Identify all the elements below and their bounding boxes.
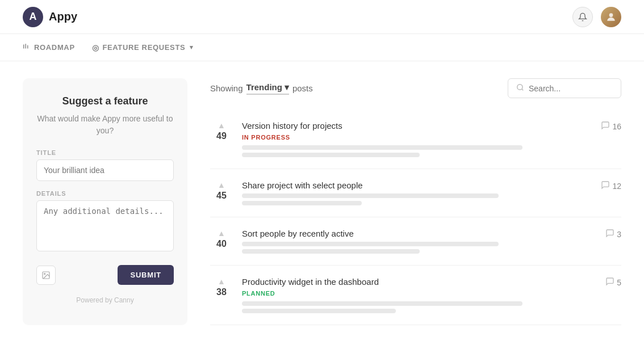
roadmap-icon <box>23 43 31 52</box>
filter-left: Showing Trending ▾ posts <box>210 82 313 95</box>
vote-count: 40 <box>216 239 227 249</box>
trending-filter[interactable]: Trending ▾ <box>246 82 289 95</box>
feature-content: Version history for projects IN PROGRESS <box>242 121 584 157</box>
feature-title: Share project with select people <box>242 180 584 190</box>
details-form-group: DETAILS <box>36 190 174 254</box>
notification-button[interactable] <box>572 7 593 27</box>
svg-point-6 <box>517 85 522 90</box>
feature-bar <box>242 201 362 205</box>
svg-point-5 <box>44 273 45 274</box>
feature-item: ▲ 49 Version history for projects IN PRO… <box>210 110 621 169</box>
feature-content: Share project with select people <box>242 180 584 205</box>
comment-icon <box>601 121 610 132</box>
nav-item-roadmap[interactable]: ROADMAP <box>23 43 75 52</box>
title-label: TITLE <box>36 149 174 156</box>
feature-requests-icon: ◎ <box>92 43 99 52</box>
details-input[interactable] <box>36 200 174 251</box>
svg-point-0 <box>609 13 613 17</box>
image-upload-button[interactable] <box>36 266 56 285</box>
header-actions <box>572 7 621 27</box>
comment-count: 5 <box>617 278 621 287</box>
vote-area: ▲ 49 <box>210 121 233 141</box>
roadmap-label: ROADMAP <box>34 43 75 52</box>
feature-item: ▲ 45 Share project with select people 12 <box>210 169 621 217</box>
title-form-group: TITLE <box>36 149 174 181</box>
panel-title: Suggest a feature <box>36 95 174 107</box>
panel-subtitle: What would make Appy more useful to you? <box>36 113 174 137</box>
nav: ROADMAP ◎ FEATURE REQUESTS ▾ <box>0 34 644 61</box>
app-name: Appy <box>49 10 77 23</box>
vote-count: 45 <box>216 191 227 201</box>
main-content: Suggest a feature What would make Appy m… <box>0 61 644 342</box>
right-panel: Showing Trending ▾ posts ▲ <box>210 78 621 325</box>
vote-count: 49 <box>216 131 227 141</box>
feature-title: Version history for projects <box>242 121 584 131</box>
feature-bar <box>242 301 522 306</box>
details-label: DETAILS <box>36 190 174 197</box>
upvote-button[interactable]: ▲ <box>218 277 225 286</box>
upvote-button[interactable]: ▲ <box>218 121 225 130</box>
feature-item: ▲ 38 Productivity widget in the dashboar… <box>210 266 621 325</box>
title-input[interactable] <box>36 159 174 181</box>
powered-by: Powered by Canny <box>36 296 174 304</box>
search-icon <box>516 83 524 93</box>
comment-icon <box>605 277 614 288</box>
comment-icon <box>601 180 610 191</box>
filter-bar: Showing Trending ▾ posts <box>210 78 621 98</box>
feature-meta: 12 <box>593 180 621 191</box>
feature-meta: 16 <box>593 121 621 132</box>
feature-item: ▲ 40 Sort people by recently active 3 <box>210 217 621 266</box>
logo-avatar: A <box>23 7 43 27</box>
feature-bar <box>242 249 420 254</box>
trending-chevron: ▾ <box>285 82 289 92</box>
showing-label: Showing <box>210 83 243 93</box>
logo-area: A Appy <box>23 7 572 27</box>
feature-requests-label: FEATURE REQUESTS <box>102 43 185 52</box>
feature-bar <box>242 145 522 150</box>
comment-count: 12 <box>612 182 621 191</box>
nav-item-feature-requests[interactable]: ◎ FEATURE REQUESTS ▾ <box>92 43 194 52</box>
search-box <box>508 78 621 98</box>
search-input[interactable] <box>529 84 613 93</box>
logo-letter: A <box>30 11 37 23</box>
vote-area: ▲ 40 <box>210 229 233 249</box>
svg-line-7 <box>522 89 524 91</box>
vote-count: 38 <box>216 287 227 297</box>
status-badge: IN PROGRESS <box>242 134 584 141</box>
posts-label: posts <box>292 83 313 93</box>
submit-button[interactable]: SUBMIT <box>118 265 174 285</box>
feature-bar <box>242 193 499 198</box>
comment-count: 3 <box>617 230 621 239</box>
feature-requests-chevron: ▾ <box>190 44 194 51</box>
header: A Appy <box>0 0 644 34</box>
feature-content: Productivity widget in the dashboard PLA… <box>242 277 584 313</box>
feature-bar <box>242 309 396 313</box>
feature-content: Sort people by recently active <box>242 229 584 254</box>
comment-icon <box>605 229 614 239</box>
feature-title: Productivity widget in the dashboard <box>242 277 584 287</box>
feature-list: ▲ 49 Version history for projects IN PRO… <box>210 110 621 325</box>
feature-bars <box>242 145 584 157</box>
vote-area: ▲ 38 <box>210 277 233 297</box>
feature-meta: 3 <box>593 229 621 239</box>
vote-area: ▲ 45 <box>210 180 233 201</box>
user-avatar[interactable] <box>601 7 621 27</box>
feature-bars <box>242 242 584 254</box>
feature-bars <box>242 193 584 205</box>
feature-meta: 5 <box>593 277 621 288</box>
feature-bar <box>242 153 420 157</box>
form-footer: SUBMIT <box>36 265 174 285</box>
suggest-panel: Suggest a feature What would make Appy m… <box>23 78 187 325</box>
feature-bars <box>242 301 584 313</box>
status-badge: PLANNED <box>242 290 584 297</box>
upvote-button[interactable]: ▲ <box>218 229 225 238</box>
feature-title: Sort people by recently active <box>242 229 584 238</box>
upvote-button[interactable]: ▲ <box>218 180 225 190</box>
comment-count: 16 <box>612 122 621 131</box>
feature-bar <box>242 242 499 246</box>
